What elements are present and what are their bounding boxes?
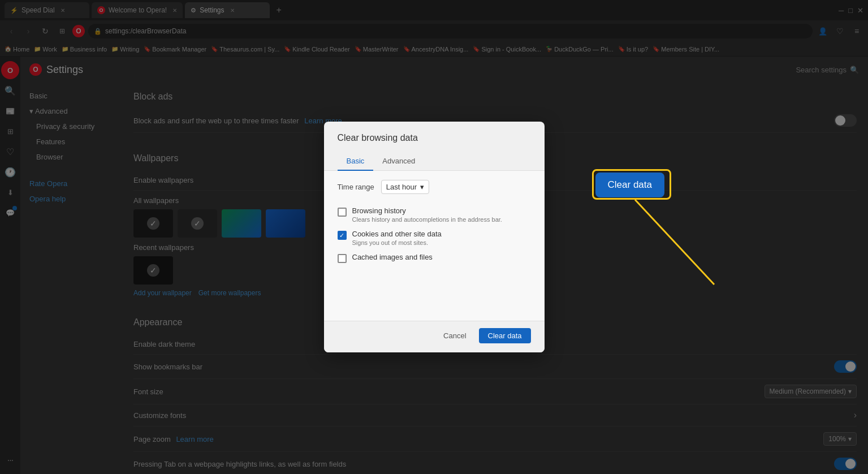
clear-data-button[interactable]: Clear data	[479, 328, 531, 343]
svg-line-0	[635, 200, 714, 285]
checkbox-browsing-history: Browsing history Clears history and auto…	[338, 203, 531, 226]
checkbox-cached: Cached images and files	[338, 249, 531, 266]
history-sublabel: Clears history and autocompletions in th…	[352, 216, 502, 223]
dialog-tab-basic[interactable]: Basic	[338, 152, 374, 171]
time-range-select[interactable]: Last hour ▾	[381, 180, 429, 194]
cached-label: Cached images and files	[352, 253, 433, 261]
dialog-footer: Cancel Clear data	[324, 321, 545, 352]
modal-overlay: Clear browsing data Basic Advanced Time …	[0, 0, 868, 474]
dialog-tab-advanced[interactable]: Advanced	[373, 152, 424, 171]
cookies-label: Cookies and other site data	[352, 230, 442, 238]
time-range-label: Time range	[338, 183, 374, 191]
checkbox-cookies: ✓ Cookies and other site data Signs you …	[338, 226, 531, 249]
clear-data-large-button[interactable]: Clear data	[595, 173, 664, 197]
dialog-body: Time range Last hour ▾ Browsing history …	[324, 171, 545, 321]
time-range-chevron-icon: ▾	[420, 183, 424, 191]
cancel-button[interactable]: Cancel	[435, 328, 474, 343]
time-range-row: Time range Last hour ▾	[338, 180, 531, 194]
highlight-connector	[635, 200, 782, 301]
history-label: Browsing history	[352, 206, 502, 215]
checkbox-cached-input[interactable]	[338, 254, 347, 263]
checkbox-history-input[interactable]	[338, 208, 347, 217]
checkbox-cookies-input[interactable]: ✓	[338, 231, 347, 240]
dialog-tabs: Basic Advanced	[324, 152, 545, 171]
cookies-sublabel: Signs you out of most sites.	[352, 239, 442, 246]
dialog-title: Clear browsing data	[324, 122, 545, 152]
time-range-value: Last hour	[386, 183, 417, 191]
clear-browsing-data-dialog: Clear browsing data Basic Advanced Time …	[324, 122, 545, 352]
clear-data-highlight-area: Clear data	[595, 173, 664, 197]
